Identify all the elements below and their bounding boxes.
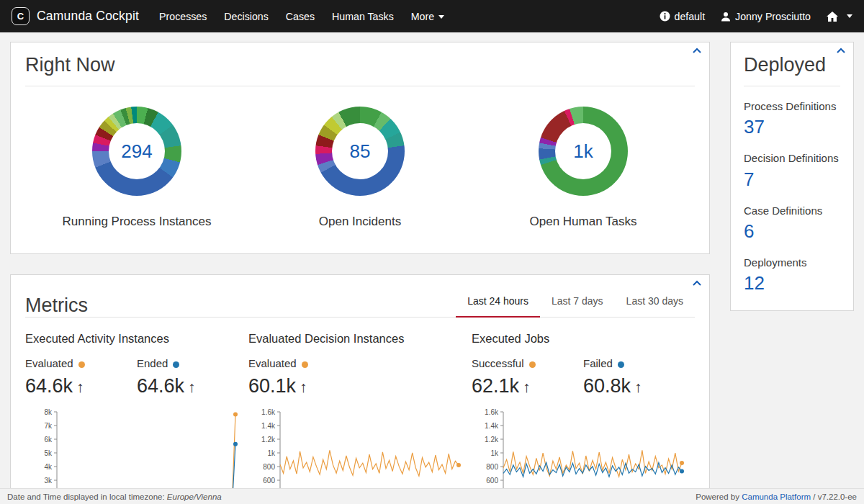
- open-incidents-block: 85 Open Incidents: [248, 107, 472, 229]
- legend-evaluated: Evaluated: [248, 357, 364, 369]
- svg-text:600: 600: [263, 477, 275, 485]
- svg-text:7k: 7k: [44, 422, 53, 430]
- timezone-value: Europe/Vienna: [167, 492, 222, 501]
- nav-item-human-tasks[interactable]: Human Tasks: [332, 11, 394, 22]
- main-column: Right Now 294 Running Process Instances: [10, 42, 710, 504]
- activity-instances-legends: Evaluated 64.6k↑ Ended: [25, 357, 248, 397]
- blue-series-dot: [173, 361, 179, 368]
- decision-definitions-count[interactable]: 7: [744, 168, 840, 191]
- metrics-panel: Metrics Last 24 hours Last 7 days Last 3…: [10, 274, 710, 504]
- ended-series-block: Ended 64.6k↑: [137, 357, 248, 397]
- running-process-instances-label: Running Process Instances: [63, 215, 212, 229]
- more-label: More: [411, 11, 434, 22]
- decision-instances-section: Evaluated Decision Instances Evaluated 6…: [248, 332, 472, 504]
- running-process-instances-donut[interactable]: 294: [92, 107, 181, 196]
- trend-up-icon: ↑: [523, 379, 531, 395]
- open-incidents-donut[interactable]: 85: [315, 107, 405, 196]
- svg-text:1.6k: 1.6k: [261, 408, 276, 416]
- open-human-tasks-count: 1k: [573, 140, 593, 163]
- logo-letter: C: [17, 11, 24, 22]
- decision-instances-title: Evaluated Decision Instances: [248, 332, 472, 346]
- collapse-right-now-button[interactable]: [692, 48, 702, 54]
- nav-item-more[interactable]: More: [411, 11, 444, 22]
- top-navbar: C Camunda Cockpit Processes Decisions Ca…: [0, 0, 864, 32]
- evaluated-series-block: Evaluated 64.6k↑: [25, 357, 137, 397]
- collapse-deployed-button[interactable]: [836, 48, 846, 54]
- donut-hole: 1k: [555, 123, 611, 179]
- donut-hole: 85: [332, 123, 388, 179]
- executed-jobs-title: Executed Jobs: [472, 332, 695, 346]
- svg-text:6k: 6k: [44, 436, 53, 444]
- nav-item-processes[interactable]: Processes: [159, 11, 207, 22]
- running-process-instances-block: 294 Running Process Instances: [25, 107, 248, 229]
- decision-definitions-label: Decision Definitions: [744, 151, 840, 166]
- svg-text:1.2k: 1.2k: [261, 436, 276, 444]
- legend-successful: Successful: [472, 357, 583, 369]
- decision-instances-legends: Evaluated 60.1k↑: [248, 357, 472, 397]
- ended-total: 64.6k↑: [137, 375, 248, 397]
- process-definitions-count[interactable]: 37: [744, 116, 840, 138]
- deployments-label: Deployments: [744, 256, 840, 270]
- footer-bar: Date and Time displayed in local timezon…: [0, 488, 864, 504]
- trend-up-icon: ↑: [188, 379, 196, 395]
- collapse-metrics-button[interactable]: [692, 280, 702, 287]
- case-definitions-count[interactable]: 6: [744, 220, 840, 243]
- running-process-instances-count: 294: [121, 140, 152, 163]
- svg-text:1k: 1k: [490, 449, 499, 457]
- svg-text:800: 800: [486, 463, 498, 471]
- deployments-count[interactable]: 12: [744, 272, 840, 294]
- deployed-process-definitions: Process Definitions 37: [744, 99, 840, 138]
- svg-text:4k: 4k: [44, 463, 53, 471]
- evaluated-total: 60.1k↑: [248, 375, 364, 397]
- successful-total: 62.1k↑: [472, 375, 583, 397]
- main-navigation: Processes Decisions Cases Human Tasks Mo…: [159, 11, 444, 22]
- timezone-note: Date and Time displayed in local timezon…: [7, 492, 222, 501]
- chevron-up-icon: [836, 48, 846, 54]
- right-now-title: Right Now: [25, 54, 695, 76]
- deployed-sidebar: Deployed Process Definitions 37 Decision…: [730, 42, 854, 311]
- svg-text:3k: 3k: [44, 477, 53, 485]
- engine-selector[interactable]: default: [660, 11, 706, 22]
- caret-down-icon: [438, 15, 444, 19]
- orange-series-dot: [302, 361, 308, 368]
- deployed-case-definitions: Case Definitions 6: [744, 204, 840, 243]
- donut-hole: 294: [109, 123, 165, 179]
- camunda-logo[interactable]: C: [12, 7, 30, 25]
- home-menu[interactable]: [827, 12, 852, 22]
- process-definitions-label: Process Definitions: [744, 99, 840, 114]
- tab-last-7-days[interactable]: Last 7 days: [540, 287, 615, 317]
- metrics-title: Metrics: [25, 294, 88, 317]
- svg-text:8k: 8k: [44, 408, 53, 416]
- evaluated-total: 64.6k↑: [25, 375, 137, 397]
- nav-item-decisions[interactable]: Decisions: [224, 11, 269, 22]
- right-now-panel: Right Now 294 Running Process Instances: [10, 42, 710, 254]
- executed-jobs-legends: Successful 62.1k↑ Failed: [472, 357, 695, 397]
- blue-series-dot: [618, 361, 624, 368]
- user-menu[interactable]: Jonny Prosciutto: [721, 11, 811, 22]
- open-human-tasks-block: 1k Open Human Tasks: [472, 107, 695, 229]
- metrics-range-tabs: Last 24 hours Last 7 days Last 30 days: [456, 287, 695, 317]
- divider: [25, 86, 695, 86]
- navbar-right: default Jonny Prosciutto: [660, 11, 853, 22]
- camunda-platform-link[interactable]: Camunda Platform: [742, 492, 811, 501]
- metrics-header: Metrics Last 24 hours Last 7 days Last 3…: [25, 287, 695, 318]
- evaluated-series-block: Evaluated 60.1k↑: [248, 357, 364, 397]
- svg-text:1.6k: 1.6k: [485, 408, 499, 416]
- open-human-tasks-donut[interactable]: 1k: [539, 107, 628, 196]
- deployed-decision-definitions: Decision Definitions 7: [744, 151, 840, 190]
- open-human-tasks-label: Open Human Tasks: [530, 215, 637, 229]
- tab-last-30-days[interactable]: Last 30 days: [615, 287, 695, 317]
- tab-last-24-hours[interactable]: Last 24 hours: [456, 287, 540, 318]
- open-incidents-count: 85: [350, 140, 371, 163]
- executed-jobs-section: Executed Jobs Successful 62.1k↑: [472, 332, 695, 504]
- divider: [744, 86, 840, 86]
- caret-down-icon: [847, 14, 852, 18]
- nav-item-cases[interactable]: Cases: [286, 11, 315, 22]
- trend-up-icon: ↑: [300, 379, 307, 395]
- svg-text:1k: 1k: [267, 449, 276, 457]
- legend-evaluated: Evaluated: [25, 357, 137, 369]
- deployed-deployments: Deployments 12: [744, 256, 840, 294]
- trend-up-icon: ↑: [76, 379, 84, 395]
- orange-series-dot: [529, 361, 536, 368]
- engine-name: default: [675, 11, 706, 22]
